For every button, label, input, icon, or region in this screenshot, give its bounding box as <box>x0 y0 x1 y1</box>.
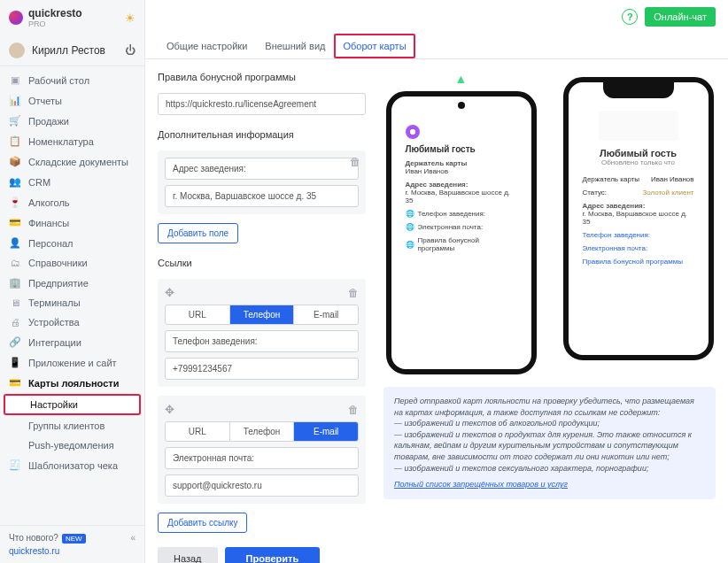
nav-item[interactable]: 🗂Справочники <box>0 253 144 273</box>
alcohol-icon: 🍷 <box>9 197 21 208</box>
rules-link: Правила бонусной программы <box>583 258 694 266</box>
user-name: Кирилл Рестов <box>32 44 105 57</box>
nav-item[interactable]: 📦Складские документы <box>0 151 144 172</box>
extra-title: Дополнительная информация <box>158 129 366 140</box>
trash-icon[interactable]: 🗑 <box>348 404 359 416</box>
nav-item[interactable]: 🧾Шаблонизатор чека <box>0 455 144 475</box>
whats-new[interactable]: Что нового?NEW« <box>9 533 136 543</box>
globe-icon: 🌐 <box>406 210 414 218</box>
nav-item[interactable]: 📊Отчеты <box>0 90 144 111</box>
holder-value: Иван Иванов <box>651 175 693 183</box>
addr-label-input[interactable] <box>165 158 359 180</box>
sales-icon: 🛒 <box>9 115 21 127</box>
email-value-input[interactable] <box>165 474 359 497</box>
add-field-button[interactable]: Добавить поле <box>158 223 238 243</box>
nav-item[interactable]: 👤Персонал <box>0 233 144 253</box>
terminal-icon: 🖥 <box>9 297 21 308</box>
trash-icon[interactable]: 🗑 <box>348 287 359 299</box>
nav-item[interactable]: 🏢Предприятие <box>0 273 144 293</box>
nav-sub-push[interactable]: Push-уведомления <box>0 436 144 455</box>
rules-title: Правила бонусной программы <box>158 72 366 82</box>
back-button[interactable]: Назад <box>158 547 218 563</box>
power-icon[interactable]: ⏻ <box>125 44 136 57</box>
ios-mini-card <box>599 111 678 141</box>
nav-sub-groups[interactable]: Группы клиентов <box>0 416 144 436</box>
user-row[interactable]: Кирилл Рестов ⏻ <box>0 35 144 66</box>
move-icon[interactable]: ✥ <box>165 403 174 416</box>
seg-email[interactable]: E-mail <box>294 422 358 441</box>
chat-button[interactable]: Онлайн-чат <box>645 7 716 27</box>
link-type-segment: URL Телефон E-mail <box>165 421 359 442</box>
site-link[interactable]: quickresto.ru <box>9 546 136 556</box>
topbar: ? Онлайн-чат <box>145 0 728 34</box>
main: ? Онлайн-чат Общие настройки Внешний вид… <box>145 0 728 563</box>
seg-url[interactable]: URL <box>166 422 230 441</box>
nav-item[interactable]: 💳Финансы <box>0 212 144 233</box>
nav-sub-settings[interactable]: Настройки <box>4 394 141 415</box>
android-phone: Любимый гость Держатель карты Иван Ивано… <box>386 91 537 374</box>
extra-card: 🗑 <box>158 150 366 214</box>
notice-box: Перед отправкой карт лояльности на прове… <box>383 387 716 499</box>
add-link-button[interactable]: Добавить ссылку <box>158 513 247 533</box>
tab-general[interactable]: Общие настройки <box>158 34 256 58</box>
nav-item[interactable]: 🛒Продажи <box>0 111 144 131</box>
tab-appearance[interactable]: Внешний вид <box>256 34 334 58</box>
notice-line: Перед отправкой карт лояльности на прове… <box>394 396 705 418</box>
addr-value-input[interactable] <box>165 185 359 207</box>
integrations-icon: 🔗 <box>9 336 21 348</box>
nav-item[interactable]: 👥CRM <box>0 172 144 192</box>
nav: ▣Рабочий стол 📊Отчеты 🛒Продажи 📋Номенкла… <box>0 66 144 525</box>
avatar <box>9 42 25 58</box>
nav-item-loyalty[interactable]: 💳Карты лояльности <box>0 373 144 393</box>
addr-value: г. Москва, Варшавское шоссе д. 35 <box>406 189 517 204</box>
email-label-input[interactable] <box>165 447 359 469</box>
theme-icon[interactable]: ☀ <box>125 12 136 25</box>
seg-phone[interactable]: Телефон <box>230 305 295 324</box>
help-icon[interactable]: ? <box>622 9 638 25</box>
new-badge: NEW <box>62 534 86 544</box>
phone-label-input[interactable] <box>165 330 359 352</box>
staff-icon: 👤 <box>9 237 21 249</box>
nav-item[interactable]: ▣Рабочий стол <box>0 70 144 90</box>
move-icon[interactable]: ✥ <box>165 286 174 299</box>
ios-block: Любимый гость Обновлено только что Держа… <box>563 72 714 360</box>
link-type-segment: URL Телефон E-mail <box>165 305 359 325</box>
collapse-icon[interactable]: « <box>130 533 136 543</box>
nav-item[interactable]: 🖨Устройства <box>0 312 144 332</box>
crm-icon: 👥 <box>9 176 21 188</box>
android-block: ▲ Любимый гость Держатель карты Иван Ива… <box>386 72 537 374</box>
seg-email[interactable]: E-mail <box>294 305 358 324</box>
status-value: Золотой клиент <box>642 189 693 197</box>
app-icon: 📱 <box>9 357 21 368</box>
logo-icon <box>9 11 23 25</box>
notice-link[interactable]: Полный список запрещённых товаров и услу… <box>394 480 568 489</box>
nav-item[interactable]: 📱Приложение и сайт <box>0 352 144 373</box>
card-title: Любимый гость <box>406 144 517 154</box>
nav-item[interactable]: 🔗Интеграции <box>0 332 144 352</box>
card-icon: 💳 <box>9 377 21 389</box>
holder-label: Держатель карты <box>406 159 517 167</box>
notice-line: — изображений и текстов сексуального хар… <box>394 463 705 474</box>
link-card-phone: ✥ 🗑 URL Телефон E-mail <box>158 279 366 387</box>
devices-icon: 🖨 <box>9 317 21 328</box>
seg-phone[interactable]: Телефон <box>230 422 295 441</box>
email-link: Электронная почта: <box>583 244 694 252</box>
nav-item[interactable]: 🍷Алкоголь <box>0 192 144 212</box>
addr-label: Адрес заведения: <box>406 181 517 189</box>
phone-link: Телефон заведения: <box>583 231 694 239</box>
trash-icon[interactable]: 🗑 <box>350 156 360 168</box>
notice-line: — изображений и текстов о продуктах для … <box>394 429 705 463</box>
seg-url[interactable]: URL <box>166 305 230 324</box>
phone-value-input[interactable] <box>165 358 359 380</box>
nav-item[interactable]: 📋Номенклатура <box>0 131 144 151</box>
tab-card-back[interactable]: Оборот карты <box>334 34 414 58</box>
reports-icon: 📊 <box>9 95 21 106</box>
brand-block: quickresto PRO ☀ <box>0 0 144 35</box>
link-card-email: ✥ 🗑 URL Телефон E-mail <box>158 396 366 504</box>
rules-url-input[interactable] <box>158 93 366 115</box>
template-icon: 🧾 <box>9 459 21 471</box>
nav-item[interactable]: 🖥Терминалы <box>0 293 144 312</box>
menu-icon: 📋 <box>9 135 21 147</box>
company-icon: 🏢 <box>9 277 21 289</box>
check-button[interactable]: Проверить <box>225 547 321 563</box>
